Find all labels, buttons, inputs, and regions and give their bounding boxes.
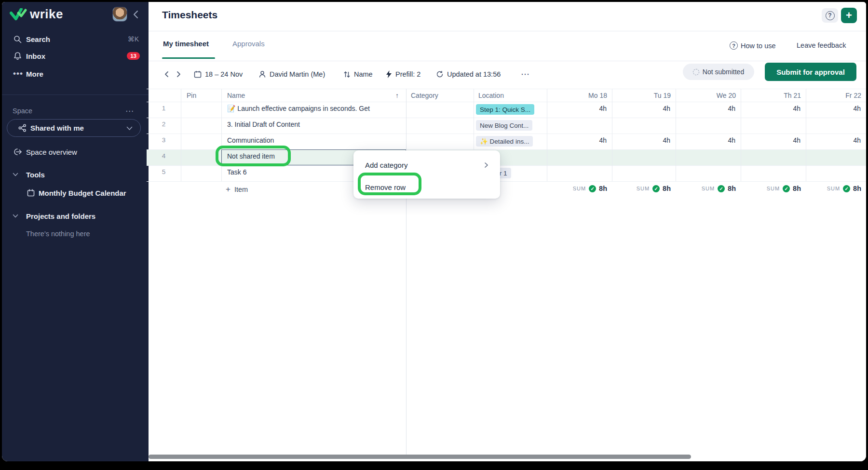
prefill-control[interactable]: Prefill: 2 (386, 69, 420, 79)
next-week-button[interactable] (176, 69, 181, 79)
user-filter-label: David Martin (Me) (270, 70, 325, 78)
check-icon: ✓ (589, 185, 596, 192)
chevron-down-icon (13, 214, 18, 218)
location-tag[interactable]: Step 1: Quick S... (476, 104, 534, 115)
sum-value: 8h (728, 185, 736, 192)
not-submitted-icon (693, 69, 699, 75)
check-icon: ✓ (843, 185, 850, 192)
calendar-icon (194, 70, 202, 78)
plus-icon: + (846, 9, 852, 22)
date-range-picker[interactable]: 18 – 24 Nov (194, 69, 243, 79)
space-overview-label: Space overview (26, 148, 77, 156)
grid-hline (147, 118, 866, 118)
menu-item-add-category[interactable]: Add category (353, 153, 500, 176)
column-header-pin[interactable]: Pin (187, 92, 196, 99)
sidebar-collapse-icon[interactable] (133, 10, 139, 19)
grid-vline (612, 89, 612, 181)
chevron-right-icon (176, 71, 181, 78)
help-button[interactable]: ? (822, 8, 838, 23)
day-hours-cell[interactable]: 4h (806, 136, 861, 144)
day-hours-cell[interactable]: 4h (547, 105, 607, 112)
day-hours-cell[interactable]: 4h (676, 105, 735, 112)
day-hours-cell[interactable]: 4h (612, 136, 670, 144)
prev-week-button[interactable] (164, 69, 169, 79)
day-hours-cell[interactable]: 4h (741, 136, 800, 144)
grid-vline (806, 89, 806, 181)
sum-value: 8h (853, 185, 861, 192)
refresh-icon (436, 70, 444, 78)
chevron-down-icon (13, 173, 18, 176)
how-to-use-link[interactable]: ? How to use (730, 41, 776, 50)
sort-arrow-icon[interactable]: ↑ (395, 92, 399, 99)
sort-control[interactable]: Name (343, 69, 373, 79)
day-hours-cell[interactable]: 4h (547, 136, 607, 144)
main-content: Timesheets ? + My timesheet Approvals ? … (149, 2, 866, 461)
sidebar-item-search[interactable]: Search ⌘K (2, 32, 149, 46)
grid-hline (147, 181, 866, 182)
sidebar-item-monthly-budget-calendar[interactable]: Monthly Budget Calendar (2, 186, 149, 200)
avatar[interactable] (112, 7, 127, 22)
sidebar-item-space-overview[interactable]: Space overview (2, 145, 149, 159)
sidebar-item-inbox[interactable]: Inbox 13 (2, 49, 149, 63)
day-hours-cell[interactable]: 4h (612, 105, 670, 112)
column-header-day[interactable]: Fr 22 (806, 92, 861, 99)
sidebar: wrike Search ⌘K Inbox 13 ••• More Sp (2, 2, 149, 461)
inbox-badge: 13 (127, 52, 140, 60)
shared-with-me-selector[interactable]: Shared with me (7, 119, 141, 137)
column-header-day[interactable]: Mo 18 (547, 92, 607, 99)
grid-hline (147, 102, 866, 102)
sidebar-item-projects-and-folders[interactable]: Projects and folders (2, 209, 149, 223)
day-hours-cell[interactable]: 4h (676, 136, 735, 144)
column-header-category[interactable]: Category (411, 92, 438, 99)
location-tag[interactable]: ✨ Detailed ins... (476, 136, 533, 147)
sidebar-item-more[interactable]: ••• More (2, 67, 149, 81)
space-menu-icon[interactable]: ⋯ (125, 106, 134, 116)
check-icon: ✓ (652, 185, 660, 192)
add-item-button[interactable]: +Item (226, 185, 248, 194)
name-cell[interactable]: 3. Initial Draft of Content (227, 121, 405, 128)
column-header-location[interactable]: Location (478, 92, 504, 99)
name-cell[interactable]: 📝 Launch effective campaigns in seconds.… (227, 105, 405, 112)
grid-hline (147, 165, 866, 166)
how-to-use-label: How to use (741, 42, 776, 50)
grid-hline (147, 134, 866, 134)
space-label: Space (13, 107, 32, 115)
updated-status[interactable]: Updated at 13:56 (436, 69, 501, 79)
sidebar-item-tools[interactable]: Tools (2, 167, 149, 182)
leave-feedback-link[interactable]: Leave feedback (797, 41, 846, 49)
toolbar-more-button[interactable]: ⋯ (521, 69, 530, 79)
horizontal-scrollbar[interactable] (149, 455, 691, 459)
search-icon (14, 35, 22, 43)
status-badge[interactable]: Not submitted (683, 64, 754, 80)
wrike-logo-text: wrike (30, 7, 63, 22)
grid-hline (147, 89, 866, 89)
date-range-label: 18 – 24 Nov (205, 70, 243, 78)
sum-label: SUM (827, 186, 840, 191)
menu-item-remove-row[interactable]: Remove row (353, 175, 500, 199)
projects-and-folders-label: Projects and folders (26, 212, 95, 220)
row-number: 2 (147, 121, 181, 128)
user-filter[interactable]: David Martin (Me) (258, 69, 325, 79)
add-button[interactable]: + (841, 8, 857, 23)
column-header-day[interactable]: Th 21 (741, 92, 801, 99)
tab-approvals[interactable]: Approvals (232, 40, 265, 48)
row-number: 5 (147, 168, 181, 175)
question-icon: ? (826, 11, 835, 20)
day-hours-cell[interactable]: 4h (806, 105, 861, 112)
bell-icon (14, 52, 22, 60)
sum-label: SUM (573, 186, 586, 191)
day-hours-cell[interactable]: 4h (741, 105, 800, 112)
column-header-name[interactable]: Name (227, 92, 245, 99)
projects-empty-state: There's nothing here (2, 227, 149, 241)
name-cell[interactable]: Communication (227, 136, 405, 144)
check-icon: ✓ (783, 185, 790, 192)
question-icon: ? (730, 41, 738, 50)
row-number: 4 (147, 152, 181, 160)
column-header-day[interactable]: We 20 (676, 92, 736, 99)
grid-vline (547, 89, 547, 181)
location-tag[interactable]: New Blog Cont... (476, 120, 532, 131)
submit-for-approval-button[interactable]: Submit for approval (765, 63, 856, 81)
tab-my-timesheet[interactable]: My timesheet (163, 40, 209, 48)
space-section-header: Space ⋯ (2, 104, 149, 118)
column-header-day[interactable]: Tu 19 (612, 92, 671, 99)
